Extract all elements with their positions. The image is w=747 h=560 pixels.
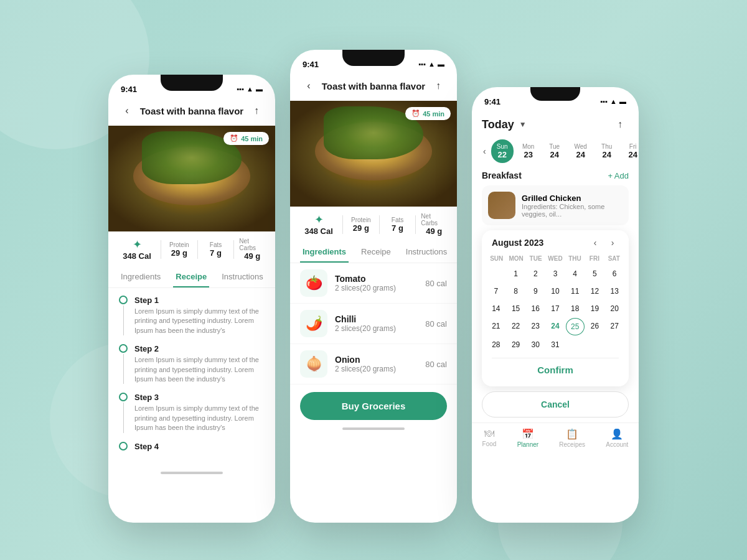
tab-instructions-2[interactable]: Instructions — [403, 242, 449, 263]
fats-block-2: Fats 7 g — [385, 217, 411, 233]
day-cell-thu[interactable]: Thu 24 — [596, 139, 618, 163]
add-button[interactable]: + Add — [608, 171, 629, 180]
cal-day-12[interactable]: 12 — [586, 283, 604, 299]
home-indicator-1 — [161, 472, 223, 474]
cal-day-13[interactable]: 13 — [605, 283, 624, 299]
cal-num-2: 348 Cal — [304, 226, 333, 236]
recipe-title-2: Toast with banna flavor — [317, 81, 430, 91]
cal-day-31[interactable]: 31 — [546, 337, 565, 353]
phone-2: 9:41 ▪▪▪ ▲ ▬ ‹ Toast with banna flavor ↑… — [290, 50, 457, 523]
onion-info: Onion 2 slices(20 grams) — [335, 355, 418, 373]
share-button-3[interactable]: ↑ — [611, 116, 629, 133]
cal-day-7[interactable]: 7 — [487, 283, 505, 299]
cal-day-28[interactable]: 28 — [487, 337, 505, 353]
breakfast-section-header: Breakfast + Add — [472, 166, 639, 183]
step-1: Step 1 Lorem Ipsum is simply dummy text … — [118, 296, 265, 335]
cal-day-30[interactable]: 30 — [526, 337, 545, 353]
divider-4 — [342, 215, 343, 234]
step-content-2: Step 2 Lorem Ipsum is simply dummy text … — [134, 344, 265, 384]
nav-account[interactable]: 👤 Account — [606, 428, 628, 448]
cal-day-29[interactable]: 29 — [507, 337, 525, 353]
nav-receipes[interactable]: 📋 Receipes — [559, 428, 585, 448]
cal-day-2[interactable]: 2 — [526, 266, 545, 282]
receipes-nav-icon: 📋 — [566, 428, 578, 440]
confirm-button[interactable]: Confirm — [492, 358, 619, 381]
step-indicator-1 — [118, 296, 128, 335]
cal-next-btn[interactable]: › — [606, 238, 619, 248]
cal-day-27[interactable]: 27 — [605, 318, 624, 335]
cal-day-4[interactable]: 4 — [566, 266, 585, 282]
chilli-cal: 80 cal — [425, 319, 447, 329]
cal-day-6[interactable]: 6 — [605, 266, 624, 282]
cal-prev-btn[interactable]: ‹ — [589, 238, 601, 248]
cal-day-1[interactable]: 1 — [507, 266, 525, 282]
cal-day-8[interactable]: 8 — [507, 283, 525, 299]
day-cell-tue[interactable]: Tue 24 — [543, 139, 566, 163]
cal-day-23[interactable]: 23 — [526, 318, 545, 335]
step-3: Step 3 Lorem Ipsum is simply dummy text … — [118, 393, 265, 432]
cal-day-24[interactable]: 24 — [546, 318, 565, 335]
protein-label-2: Protein — [351, 217, 371, 223]
cal-month-title: August 2023 — [492, 238, 543, 248]
cal-day-14[interactable]: 14 — [487, 301, 505, 317]
day-cell-mon[interactable]: Mon 23 — [517, 139, 540, 163]
status-icons-2: ▪▪▪ ▲ ▬ — [418, 60, 444, 68]
share-button-2[interactable]: ↑ — [430, 77, 447, 95]
day-cell-sun[interactable]: Sun 22 — [491, 139, 514, 163]
cal-header-wed: WED — [545, 254, 565, 263]
tab-receipe-1[interactable]: Receipe — [173, 267, 209, 287]
account-nav-icon: 👤 — [611, 428, 623, 440]
back-button-1[interactable]: ‹ — [118, 102, 136, 119]
cal-day-11[interactable]: 11 — [566, 283, 585, 299]
cal-day-9[interactable]: 9 — [526, 283, 545, 299]
home-indicator-2 — [342, 427, 405, 430]
cal-day-21[interactable]: 21 — [487, 318, 505, 335]
cal-day-17[interactable]: 17 — [546, 301, 565, 317]
phone-1: 9:41 ▪▪▪ ▲ ▬ ‹ Toast with banna flavor ↑… — [108, 75, 275, 523]
cal-num-1: 348 Cal — [123, 251, 151, 261]
cal-day-19[interactable]: 19 — [586, 301, 604, 317]
day-cell-fri[interactable]: Fri 24 — [622, 139, 639, 163]
account-nav-label: Account — [606, 441, 628, 448]
tab-instructions-1[interactable]: Instructions — [219, 267, 265, 287]
share-button-1[interactable]: ↑ — [248, 102, 265, 119]
cancel-button[interactable]: Cancel — [482, 391, 629, 418]
cal-day-22[interactable]: 22 — [507, 318, 525, 335]
cal-day-18[interactable]: 18 — [566, 301, 585, 317]
cal-day-16[interactable]: 16 — [526, 301, 545, 317]
tab-ingredients-2[interactable]: Ingredients — [300, 242, 349, 263]
food-image-1: ⏰ 45 min — [108, 126, 275, 231]
nutrition-row-2: ✦ 348 Cal Protein 29 g Fats 7 g Net Carb… — [290, 207, 457, 242]
meal-info: Grilled Chicken Ingredients: Chicken, so… — [522, 194, 622, 218]
back-button-2[interactable]: ‹ — [300, 77, 317, 95]
cal-day-5[interactable]: 5 — [586, 266, 604, 282]
tab-receipe-2[interactable]: Receipe — [359, 242, 393, 263]
bottom-nav: 🍽 Food 📅 Planner 📋 Receipes 👤 Account — [472, 422, 639, 453]
steps-container-1: Step 1 Lorem Ipsum is simply dummy text … — [108, 288, 275, 469]
carbs-val-1: 49 g — [244, 251, 260, 261]
cal-day-15[interactable]: 15 — [507, 301, 525, 317]
buy-groceries-button[interactable]: Buy Groceries — [300, 392, 447, 420]
dropdown-arrow[interactable]: ▼ — [519, 120, 527, 129]
day-cell-wed[interactable]: Wed 24 — [570, 139, 592, 163]
step-dot-3 — [119, 393, 128, 401]
cal-day-3[interactable]: 3 — [546, 266, 565, 282]
nav-food[interactable]: 🍽 Food — [482, 428, 497, 448]
cal-day-20[interactable]: 20 — [605, 301, 624, 317]
battery-icon-2: ▬ — [438, 60, 444, 68]
tabs-2: Ingredients Receipe Instructions — [290, 242, 457, 263]
carbs-val-2: 49 g — [426, 226, 442, 236]
tab-ingredients-1[interactable]: Ingredients — [118, 267, 163, 287]
step-indicator-2 — [118, 344, 128, 384]
cal-day-10[interactable]: 10 — [546, 283, 565, 299]
cal-block-2: ✦ 348 Cal — [300, 213, 337, 236]
cal-header-sun: SUN — [487, 254, 506, 263]
step-line-1 — [123, 306, 124, 335]
step-dot-2 — [119, 344, 128, 353]
nav-planner[interactable]: 📅 Planner — [517, 428, 538, 448]
meal-image — [488, 192, 515, 219]
cal-day-26[interactable]: 26 — [586, 318, 604, 335]
cal-day-25[interactable]: 25 — [566, 318, 585, 335]
week-prev-arrow[interactable]: ‹ — [482, 145, 487, 157]
calendar-modal: August 2023 ‹ › SUN MON TUE WED THU FRI … — [482, 230, 629, 386]
